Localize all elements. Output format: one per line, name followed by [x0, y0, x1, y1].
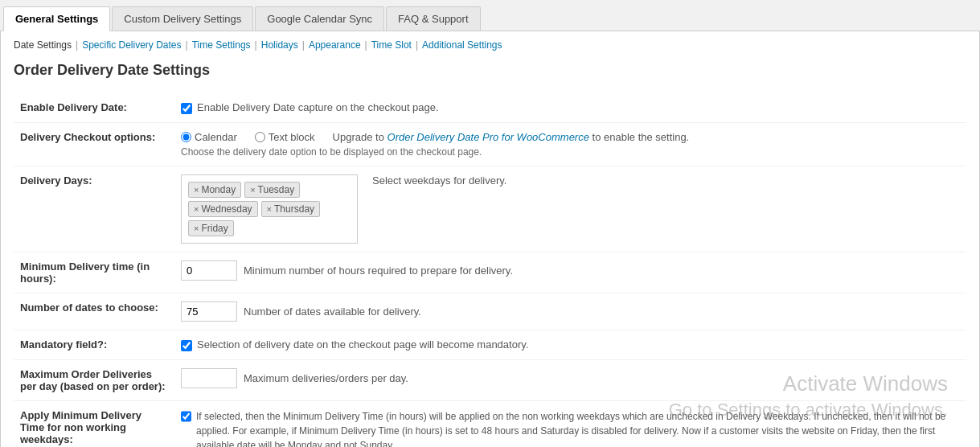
enable-delivery-checkbox[interactable] — [181, 103, 192, 114]
day-tag-wednesday[interactable]: ×Wednesday — [188, 201, 258, 217]
tab-general-settings[interactable]: General Settings — [3, 6, 110, 31]
enable-delivery-desc: Enable Delivery Date capture on the chec… — [197, 101, 439, 113]
max-order-desc: Maximum deliveries/orders per day. — [244, 372, 408, 384]
tab-custom-delivery[interactable]: Custom Delivery Settings — [112, 6, 253, 31]
subnav-date-settings[interactable]: Date Settings — [14, 39, 72, 51]
row-delivery-days: Delivery Days: ×Monday×Tuesday×Wednesday… — [14, 166, 966, 252]
checkout-options-group: Calendar Text block Upgrade to Order Del… — [181, 131, 960, 143]
num-dates-label: Number of dates to choose: — [14, 293, 174, 330]
num-dates-desc: Number of dates available for delivery. — [244, 306, 421, 318]
subnav-holidays[interactable]: Holidays — [261, 39, 298, 51]
max-order-row: Maximum deliveries/orders per day. — [181, 368, 960, 388]
enable-delivery-option: Enable Delivery Date capture on the chec… — [181, 101, 960, 114]
apply-min-label: Apply Minimum Delivery Time for non work… — [14, 401, 174, 448]
num-dates-row: Number of dates available for delivery. — [181, 301, 960, 322]
row-min-delivery: Minimum Delivery time (in hours): Minimu… — [14, 252, 966, 293]
text-block-radio-label: Text block — [269, 131, 315, 143]
apply-min-option: If selected, then the Minimum Delivery T… — [181, 409, 960, 447]
apply-min-checkbox[interactable] — [181, 411, 191, 422]
calendar-radio-label: Calendar — [195, 131, 237, 143]
apply-min-desc: If selected, then the Minimum Delivery T… — [196, 409, 960, 447]
sub-navigation: Date Settings | Specific Delivery Dates … — [14, 39, 966, 51]
subnav-appearance[interactable]: Appearance — [309, 39, 361, 51]
settings-table: Enable Delivery Date: Enable Delivery Da… — [14, 93, 966, 447]
tab-google-calendar[interactable]: Google Calendar Sync — [255, 6, 384, 31]
mandatory-option: Selection of delivery date on the checko… — [181, 338, 960, 351]
subnav-additional-settings[interactable]: Additional Settings — [422, 39, 502, 51]
day-tag-monday[interactable]: ×Monday — [188, 182, 241, 198]
checkout-subdesc: Choose the delivery date option to be di… — [181, 146, 960, 158]
content-area: Date Settings | Specific Delivery Dates … — [0, 31, 980, 447]
remove-day-friday[interactable]: × — [194, 224, 199, 233]
day-tag-thursday[interactable]: ×Thursday — [261, 201, 320, 217]
enable-delivery-label: Enable Delivery Date: — [14, 93, 174, 123]
row-mandatory: Mandatory field?: Selection of delivery … — [14, 330, 966, 360]
text-block-radio[interactable] — [255, 132, 265, 142]
row-max-order: Maximum Order Deliveries per day (based … — [14, 360, 966, 401]
remove-day-monday[interactable]: × — [194, 185, 199, 195]
row-checkout-options: Delivery Checkout options: Calendar Text… — [14, 123, 966, 166]
subnav-time-settings[interactable]: Time Settings — [192, 39, 251, 51]
mandatory-desc: Selection of delivery date on the checko… — [197, 338, 528, 351]
calendar-radio-option[interactable]: Calendar — [181, 131, 237, 143]
day-tag-friday[interactable]: ×Friday — [188, 220, 234, 236]
upgrade-link[interactable]: Order Delivery Date Pro for WooCommerce — [387, 131, 589, 143]
subnav-time-slot[interactable]: Time Slot — [371, 39, 412, 51]
days-selector[interactable]: ×Monday×Tuesday×Wednesday×Thursday×Frida… — [181, 174, 358, 244]
page-title: Order Delivery Date Settings — [14, 62, 966, 79]
checkout-options-label: Delivery Checkout options: — [14, 123, 174, 166]
tab-faq-support[interactable]: FAQ & Support — [386, 6, 480, 31]
remove-day-wednesday[interactable]: × — [194, 204, 199, 214]
days-hint: Select weekdays for delivery. — [372, 174, 506, 187]
calendar-radio[interactable] — [181, 132, 191, 142]
row-apply-min: Apply Minimum Delivery Time for non work… — [14, 401, 966, 448]
max-order-label: Maximum Order Deliveries per day (based … — [14, 360, 174, 401]
subnav-specific-delivery[interactable]: Specific Delivery Dates — [82, 39, 181, 51]
days-row: ×Monday×Tuesday×Wednesday×Thursday×Frida… — [181, 174, 960, 244]
mandatory-checkbox[interactable] — [181, 340, 192, 351]
tab-bar: General Settings Custom Delivery Setting… — [0, 0, 980, 31]
min-delivery-label: Minimum Delivery time (in hours): — [14, 252, 174, 293]
delivery-days-label: Delivery Days: — [14, 166, 174, 252]
remove-day-thursday[interactable]: × — [267, 204, 272, 214]
min-delivery-desc: Minimum number of hours required to prep… — [244, 265, 513, 277]
num-dates-input[interactable] — [181, 301, 237, 322]
upgrade-text: Upgrade to Order Delivery Date Pro for W… — [333, 131, 690, 143]
row-num-dates: Number of dates to choose: Number of dat… — [14, 293, 966, 330]
day-tag-tuesday[interactable]: ×Tuesday — [244, 182, 300, 198]
row-enable-delivery: Enable Delivery Date: Enable Delivery Da… — [14, 93, 966, 123]
min-delivery-input[interactable] — [181, 260, 237, 281]
text-block-radio-option[interactable]: Text block — [255, 131, 315, 143]
mandatory-label: Mandatory field?: — [14, 330, 174, 360]
remove-day-tuesday[interactable]: × — [250, 185, 255, 195]
min-delivery-row: Minimum number of hours required to prep… — [181, 260, 960, 281]
max-order-input[interactable] — [181, 368, 237, 388]
